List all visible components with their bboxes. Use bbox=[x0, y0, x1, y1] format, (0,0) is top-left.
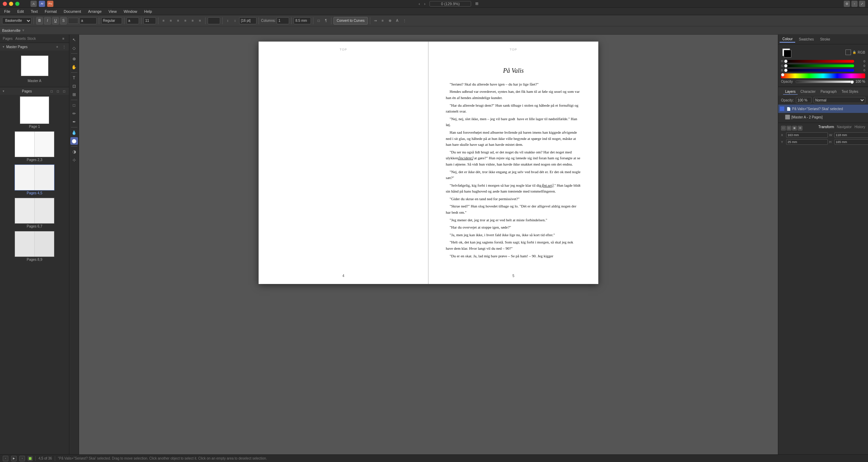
menu-window[interactable]: Window bbox=[122, 9, 139, 14]
prev-page-button[interactable]: ‹ bbox=[3, 456, 8, 461]
text-flow-button[interactable]: ⇒ bbox=[372, 18, 379, 24]
shape-tool[interactable]: □ bbox=[70, 101, 78, 109]
pages-89-thumb[interactable] bbox=[15, 231, 54, 257]
para-1[interactable]: "Seriøst? Skal du allerede have igen – d… bbox=[446, 81, 581, 88]
layer-opacity-input[interactable] bbox=[796, 97, 811, 103]
add-master-button[interactable]: + bbox=[54, 44, 60, 50]
transform-icon-3[interactable]: ▣ bbox=[792, 126, 797, 131]
next-page-button[interactable]: › bbox=[19, 456, 25, 461]
colour-tab[interactable]: Colour bbox=[780, 36, 795, 43]
font-size-input[interactable] bbox=[127, 17, 139, 24]
page-1-container[interactable]: Page 1 bbox=[0, 95, 69, 130]
pages-45-container[interactable]: Pages 4,5 bbox=[0, 163, 69, 196]
para-2[interactable]: Hendes udbrud var overdrevet, syntes han… bbox=[446, 89, 581, 101]
panel-menu-button[interactable]: ≡ bbox=[61, 36, 66, 42]
para-15[interactable]: "Du er en skat. Ja, lad mig bare prøve –… bbox=[446, 253, 581, 259]
para-14[interactable]: "Helt ok, det kan jeg sagtens forstå. So… bbox=[446, 239, 581, 251]
pages-23-container[interactable]: Pages 2,3 bbox=[0, 130, 69, 163]
layers-tab[interactable]: Layers bbox=[783, 89, 798, 95]
align-center-button[interactable]: ≡ bbox=[168, 18, 174, 24]
add-page-button[interactable]: □ bbox=[49, 88, 54, 94]
transform-icon-1[interactable]: □ bbox=[781, 126, 786, 131]
menu-file[interactable]: File bbox=[3, 9, 12, 14]
transform-icon-4[interactable]: ⊞ bbox=[798, 126, 802, 131]
para-8[interactable]: "Selvfølgelig, kig forbi i morgen så har… bbox=[446, 183, 581, 195]
node-tool[interactable]: ◇ bbox=[70, 44, 78, 52]
pages-23-thumb[interactable] bbox=[15, 131, 54, 157]
pages-67-thumb[interactable] bbox=[15, 198, 54, 224]
text-styles-tab[interactable]: Text Styles bbox=[840, 89, 860, 95]
menu-view[interactable]: View bbox=[107, 9, 118, 14]
stock-tab[interactable]: Stock bbox=[27, 37, 36, 41]
minimize-button[interactable] bbox=[9, 2, 13, 6]
align-right-button[interactable]: ≡ bbox=[175, 18, 181, 24]
para-10[interactable]: "Skrue ned?" Hun slog hovedet tilbage og… bbox=[446, 203, 581, 215]
opacity-slider[interactable] bbox=[796, 80, 854, 83]
view-toggle[interactable]: ⊞ bbox=[475, 1, 478, 6]
underline-button[interactable]: U bbox=[52, 17, 59, 25]
share-icon[interactable]: ↑ bbox=[851, 1, 858, 7]
navigator-tab[interactable]: Navigator bbox=[837, 125, 852, 129]
para-7[interactable]: "Nej, det er ikke dét, tror ikke engang … bbox=[446, 169, 581, 181]
pencil-tool[interactable]: ✒ bbox=[70, 118, 78, 126]
columns-input[interactable] bbox=[277, 17, 289, 24]
gradient-tool[interactable]: ◑ bbox=[70, 148, 78, 156]
kern-button[interactable]: A bbox=[394, 18, 400, 24]
canvas-area[interactable]: TOP 4 TOP På Valis "Seriøst? Skal du all… bbox=[79, 35, 778, 454]
frame-text-tool[interactable]: ⊡ bbox=[70, 82, 78, 90]
zoom-tool[interactable]: ⊕ bbox=[70, 55, 78, 63]
menu-format[interactable]: Format bbox=[43, 9, 58, 14]
line-spacing-button[interactable]: ↕ bbox=[225, 18, 231, 24]
frame-opts-button[interactable]: □ bbox=[315, 18, 322, 24]
h-input[interactable] bbox=[834, 139, 868, 145]
menu-help[interactable]: Help bbox=[143, 9, 154, 14]
fill-tool[interactable]: ⬤ bbox=[70, 137, 78, 145]
play-button[interactable]: ▶ bbox=[11, 456, 17, 461]
layer-item-1[interactable]: 📄 På Valis+"Seriøst? Skai' selected bbox=[778, 105, 868, 113]
para-9[interactable]: "Gider du skrue en tand ned for permissi… bbox=[446, 196, 581, 202]
r-slider[interactable] bbox=[786, 60, 854, 63]
pages-89-container[interactable]: Pages 8,9 bbox=[0, 230, 69, 263]
swatches-tab[interactable]: Swatches bbox=[796, 36, 816, 42]
w-input[interactable] bbox=[834, 132, 868, 138]
align-justify3-button[interactable]: ≡ bbox=[197, 18, 203, 24]
blend-mode-select[interactable]: Normal bbox=[814, 97, 865, 103]
no-fill-button[interactable] bbox=[845, 50, 851, 55]
tracking-input[interactable] bbox=[208, 17, 220, 24]
strikethrough-button[interactable]: S bbox=[60, 17, 67, 25]
color-picker-tool[interactable]: 💧 bbox=[70, 129, 78, 136]
para-12[interactable]: "Har du overvejet at stoppe igen, søde?" bbox=[446, 224, 581, 231]
more-button[interactable]: ⋮ bbox=[401, 18, 408, 24]
nav-forward[interactable]: › bbox=[424, 2, 426, 6]
convert-to-curves-button[interactable]: Convert to Curves bbox=[333, 17, 368, 25]
history-tab[interactable]: History bbox=[854, 125, 865, 129]
menu-document[interactable]: Document bbox=[62, 9, 83, 14]
b-slider[interactable] bbox=[786, 69, 854, 72]
settings-icon[interactable]: ⚙ bbox=[844, 1, 850, 7]
para-4[interactable]: "Nej, nej, slet ikke, men – jeg vil bare… bbox=[446, 116, 581, 128]
pages-67-container[interactable]: Pages 6,7 bbox=[0, 196, 69, 230]
layer-item-2[interactable]: [Master A - 2 Pages] bbox=[784, 113, 868, 121]
assets-tab[interactable]: Assets bbox=[15, 37, 26, 41]
select-tool[interactable]: ↖ bbox=[70, 36, 78, 44]
para-spacing-button[interactable]: ↕ bbox=[232, 18, 238, 24]
baseline-grid-button[interactable]: ≡ bbox=[380, 18, 386, 24]
align-justify-button[interactable]: ≡ bbox=[182, 18, 189, 24]
paragraph-tab[interactable]: Paragraph bbox=[818, 89, 839, 95]
para-3[interactable]: "Har du allerede brugt dem?" Hun sank ti… bbox=[446, 103, 581, 115]
pages-options-button[interactable]: □ bbox=[61, 88, 67, 94]
character-tab[interactable]: Character bbox=[798, 89, 818, 95]
gutter-input[interactable] bbox=[294, 17, 311, 24]
maximize-button[interactable] bbox=[15, 2, 19, 6]
hue-slider[interactable] bbox=[781, 73, 865, 78]
image-tool[interactable]: ⊞ bbox=[70, 91, 78, 98]
pages-45-thumb[interactable] bbox=[15, 165, 54, 190]
menu-edit[interactable]: Edit bbox=[16, 9, 25, 14]
para-rules-button[interactable]: ¶ bbox=[323, 18, 329, 24]
pen-tool[interactable]: ✏ bbox=[70, 110, 78, 117]
italic-button[interactable]: I bbox=[44, 17, 51, 25]
bold-button[interactable]: B bbox=[36, 17, 43, 25]
text-tool[interactable]: T bbox=[70, 74, 78, 82]
align-left-button[interactable]: ≡ bbox=[160, 18, 167, 24]
master-pages-header[interactable]: ▼ Master Pages + ⋮ bbox=[0, 43, 69, 51]
